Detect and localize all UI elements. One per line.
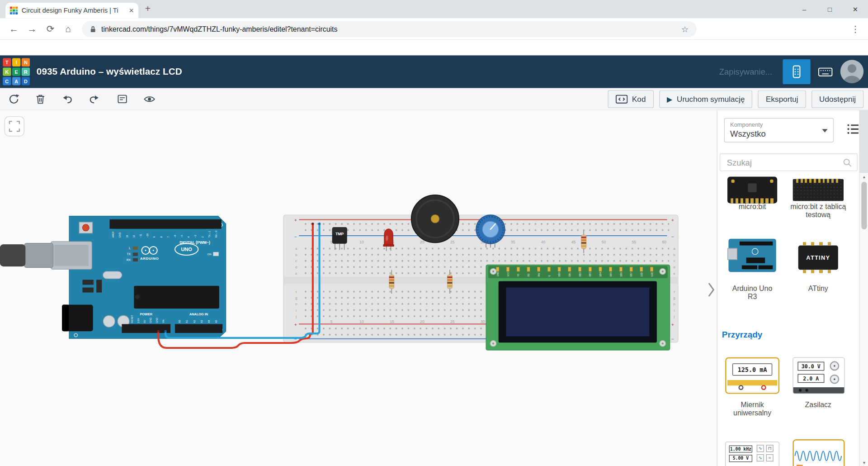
user-avatar[interactable]	[840, 60, 863, 83]
view-toggle-button[interactable]	[141, 90, 158, 108]
lcd-pin-label: DB1	[569, 272, 571, 276]
delete-button[interactable]	[32, 90, 49, 108]
browser-tab-bar: Circuit design Funky Amberis | Ti ✕ + – …	[0, 0, 868, 18]
bookmark-star-icon[interactable]: ☆	[681, 24, 689, 34]
component-multimeter[interactable]: 125.0 mA	[725, 357, 779, 394]
breadboard-row-letter: h	[673, 302, 675, 306]
components-panel-button[interactable]	[783, 59, 810, 84]
lcd-pin	[609, 267, 612, 271]
arduino-uno[interactable]: AREFGND1312~11~10987~6~54~32TX→1RX←0IORE…	[0, 216, 226, 339]
scroll-down-icon[interactable]: ▼	[860, 459, 868, 466]
person-icon	[840, 60, 863, 83]
circuit-canvas[interactable]: 5510101515202025253030353540404545505055…	[0, 110, 717, 466]
breadboard-row-letter: i	[296, 309, 297, 313]
lcd-pin	[496, 267, 499, 271]
component-oscilloscope[interactable]	[793, 439, 844, 466]
list-view-button[interactable]	[845, 121, 859, 138]
lcd-pin-label: DB4	[599, 272, 602, 276]
sidebar-scrollbar[interactable]: ▲ ▼	[859, 173, 868, 466]
breadboard-column-number: 10	[359, 319, 364, 324]
code-icon	[615, 94, 627, 104]
lcd-pin	[630, 267, 632, 271]
rail-minus-sign: −	[294, 234, 297, 239]
component-attiny[interactable]: ATTINY	[798, 245, 838, 270]
breadboard-column-number: 20	[420, 319, 425, 324]
play-icon: ▶	[667, 95, 672, 103]
design-title[interactable]: 0935 Arduino – wyświetlacz LCD	[37, 55, 182, 88]
redo-icon	[87, 92, 100, 105]
lcd-pin	[619, 267, 622, 271]
collapse-panel-handle[interactable]	[704, 280, 717, 300]
keyboard-shortcuts-button[interactable]	[813, 59, 838, 84]
arduino-analog-pin-label: A5	[215, 320, 217, 323]
window-maximize-button[interactable]: □	[817, 0, 842, 18]
lcd-pin	[640, 267, 643, 271]
lcd-pin-label: GND	[497, 271, 499, 276]
lcd-display[interactable]: GNDVCCV0RSRWEDB0DB1DB2DB3DB4DB5DB6DB7LED…	[486, 265, 670, 350]
annotation-button[interactable]	[113, 90, 131, 108]
share-button-label: Udostępnij	[819, 95, 856, 104]
crystal-oscillator	[103, 271, 122, 279]
reload-button[interactable]: ⟳	[42, 18, 59, 40]
piezo-buzzer[interactable]	[411, 195, 459, 243]
undo-button[interactable]	[59, 90, 76, 108]
lcd-pin-label: VCC	[507, 272, 509, 276]
address-bar[interactable]: tinkercad.com/things/7vMWqdZTHZL-funky-a…	[82, 21, 696, 38]
new-tab-button[interactable]: +	[145, 3, 151, 14]
share-button[interactable]: Udostępnij	[811, 90, 863, 108]
forward-button[interactable]: →	[24, 18, 41, 40]
breadboard-column-number: 40	[541, 240, 546, 244]
rail-plus-sign: +	[671, 218, 674, 223]
rotate-button[interactable]	[5, 90, 23, 108]
window-close-button[interactable]: ✕	[843, 0, 868, 18]
breadboard-row-letter: b	[295, 253, 297, 257]
url-text: tinkercad.com/things/7vMWqdZTHZL-funky-a…	[101, 25, 681, 33]
lcd-pin-label: DB2	[579, 272, 581, 276]
rotate-icon	[7, 92, 20, 105]
logo-cell: C	[3, 77, 11, 85]
browser-menu-icon[interactable]: ⋮	[847, 18, 863, 40]
logo-cell: A	[12, 77, 20, 85]
component-microbit-breakout[interactable]	[793, 179, 844, 201]
breadboard-column-number: 60	[662, 240, 666, 244]
usb-plug[interactable]	[24, 243, 53, 268]
lcd-pin-label: DB6	[620, 272, 623, 276]
arduino-digital-pin-label: 13	[126, 235, 128, 238]
arduino-digital-pin-label: ~11	[139, 234, 142, 238]
back-button[interactable]: ←	[5, 18, 22, 40]
browser-tab[interactable]: Circuit design Funky Amberis | Ti ✕	[5, 3, 138, 18]
component-label: Arduino Uno R3	[727, 284, 777, 301]
breadboard-row-letter: j	[295, 314, 297, 319]
tab-close-icon[interactable]: ✕	[129, 7, 134, 14]
component-microbit[interactable]	[727, 177, 777, 204]
breadboard-row-letter: e	[295, 271, 297, 276]
home-button[interactable]: ⌂	[60, 18, 76, 40]
component-label: Zasilacz	[793, 400, 843, 409]
lcd-pin-label: V0	[517, 274, 519, 276]
component-function-generator[interactable]: 1.00 kHz 5.00 V ∿⊓ ∿≈	[725, 442, 779, 466]
breadboard-row-letter: c	[673, 259, 675, 263]
eye-icon	[143, 92, 156, 105]
simulate-button[interactable]: ▶ Uruchom symulację	[659, 90, 753, 108]
search-input[interactable]	[720, 154, 857, 171]
lcd-pin	[517, 267, 519, 271]
usb-cable[interactable]	[0, 244, 25, 266]
attiny-chip-text: ATTINY	[806, 254, 830, 261]
components-filter-dropdown[interactable]: Komponenty Wszystko	[724, 118, 834, 143]
power-header	[122, 324, 170, 333]
component-power-supply[interactable]: 30.0 V 2.0 A	[793, 357, 844, 394]
zoom-to-fit-button[interactable]	[5, 116, 24, 136]
redo-button[interactable]	[85, 90, 103, 108]
component-arduino-uno[interactable]	[728, 239, 776, 272]
breadboard-row-letter: c	[295, 259, 297, 263]
lcd-pin	[547, 267, 550, 271]
arduino-power-pin-label: 3.3V	[137, 318, 140, 323]
code-button[interactable]: Kod	[608, 90, 654, 108]
export-button[interactable]: Eksportuj	[758, 90, 806, 108]
tinkercad-logo[interactable]: TINKERCAD	[3, 58, 30, 86]
window-minimize-button[interactable]: –	[792, 0, 817, 18]
scroll-up-icon[interactable]: ▲	[860, 173, 868, 181]
logo-cell: K	[3, 67, 11, 76]
arduino-power-pin-label: GND	[156, 318, 158, 323]
scrollbar-thumb[interactable]	[861, 182, 867, 229]
